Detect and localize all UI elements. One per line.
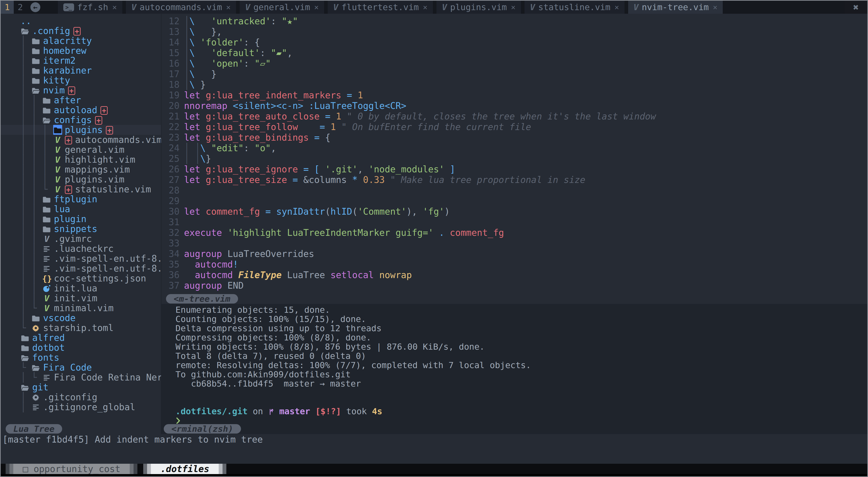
- git-changed-badge: +: [106, 126, 113, 135]
- tree-item-fira-code-retina-ner[interactable]: │ └ Fira Code Retina Ner: [1, 372, 161, 382]
- indent-guide: │ │ │: [21, 144, 53, 155]
- tab-general.vim[interactable]: Vgeneral.vim×: [240, 1, 324, 14]
- tree-item-configs[interactable]: │ │ configs+: [1, 115, 161, 125]
- indent-guide: │: [21, 36, 31, 46]
- tree-item-label: general.vim: [65, 144, 125, 155]
- tree-item-alfred[interactable]: alfred: [1, 333, 161, 343]
- tree-item-label: init.vim: [54, 293, 97, 303]
- vim-icon: V: [633, 2, 639, 12]
- tab-close-icon[interactable]: ×: [713, 3, 717, 12]
- tree-item-kitty[interactable]: │ kitty: [1, 75, 161, 85]
- tree-item-iterm2[interactable]: │ iterm2: [1, 56, 161, 66]
- back-arrow-icon[interactable]: ←: [30, 2, 40, 12]
- folder-closed-icon: [31, 46, 40, 56]
- tree-item-lua[interactable]: │ │ lua: [1, 204, 161, 214]
- tree-item-homebrew[interactable]: │ homebrew: [1, 46, 161, 56]
- tree-item-.luacheckrc[interactable]: │ │ .luacheckrc: [1, 244, 161, 253]
- editor-pane[interactable]: 12│\ 'untracked': "★"13│\ },14│\ 'folder…: [161, 14, 867, 294]
- tree-item-init.lua[interactable]: │ │ init.lua: [1, 283, 161, 293]
- tree-item-.vim-spell-en.utf-8.[interactable]: │ │ .vim-spell-en.utf-8.: [1, 253, 161, 264]
- tree-item-plugin[interactable]: │ │ plugin: [1, 214, 161, 224]
- tree-item-minimal.vim[interactable]: │ └ Vminimal.vim: [1, 303, 161, 313]
- tree-item-plugins[interactable]: │ │ │ plugins+: [1, 125, 161, 135]
- tab-number-2[interactable]: 2: [14, 1, 27, 14]
- tree-item-alacritty[interactable]: │ alacritty: [1, 36, 161, 46]
- close-all-icon[interactable]: ✖: [844, 1, 867, 14]
- tree-item-fira-code[interactable]: └ Fira Code: [1, 363, 161, 372]
- line-number: 27: [161, 175, 184, 185]
- tab-close-icon[interactable]: ×: [112, 3, 117, 12]
- tree-item-mappings.vim[interactable]: │ │ │ Vmappings.vim: [1, 165, 161, 174]
- tree-item-.gitconfig[interactable]: │ .gitconfig: [1, 392, 161, 402]
- tree-item-git[interactable]: git: [1, 382, 161, 392]
- tree-item-dotbot[interactable]: dotbot: [1, 343, 161, 352]
- tab-autocommands.vim[interactable]: Vautocommands.vim×: [126, 1, 236, 14]
- tree-item-fonts[interactable]: fonts: [1, 352, 161, 363]
- tab-label: nvim-tree.vim: [642, 2, 709, 12]
- prompt-on: on: [248, 406, 268, 416]
- tree-item-snippets[interactable]: │ │ snippets: [1, 224, 161, 234]
- code-line-25: 25│ │\}: [161, 154, 867, 164]
- tab-close-icon[interactable]: ×: [511, 3, 515, 12]
- indent-guide: │ │ │: [21, 125, 53, 135]
- indent-guide: │: [21, 402, 31, 412]
- tab-close-icon[interactable]: ×: [226, 3, 230, 12]
- indent-guide: │ │: [21, 263, 42, 274]
- terminal-pane[interactable]: Enumerating objects: 15, done.Counting o…: [161, 304, 867, 424]
- terminal-line: Total 8 (delta 7), reused 0 (delta 0): [176, 351, 867, 361]
- folder-closed-icon: [21, 343, 30, 352]
- folder-open-icon: [42, 115, 51, 125]
- tree-item-label: .gitconfig: [43, 392, 97, 402]
- tree-item-label: .gitignore_global: [43, 402, 135, 412]
- folder-closed-icon: [31, 56, 40, 66]
- prompt-caret-icon: [176, 416, 867, 424]
- tab-close-icon[interactable]: ×: [614, 3, 619, 12]
- tmux-window-list: □ opportunity_cost.dotfiles: [6, 464, 232, 474]
- terminal-line: [176, 398, 867, 407]
- tree-item-autocommands.vim[interactable]: │ │ │ V+autocommands.vim: [1, 135, 161, 145]
- app-window: 12 ← >_fzf.sh×Vautocommands.vim×Vgeneral…: [0, 0, 868, 477]
- tree-item-.gitignore-global[interactable]: │ .gitignore_global: [1, 402, 161, 412]
- tree-item-label: autocommands.vim: [75, 135, 161, 145]
- tree-item-highlight.vim[interactable]: │ │ │ Vhighlight.vim: [1, 155, 161, 165]
- tree-item-vscode[interactable]: │ vscode: [1, 313, 161, 323]
- tab-close-icon[interactable]: ×: [314, 3, 319, 12]
- tree-item-.config[interactable]: .config+: [1, 26, 161, 36]
- tree-item-general.vim[interactable]: │ │ │ Vgeneral.vim: [1, 145, 161, 155]
- tree-item-init.vim[interactable]: │ │ Vinit.vim: [1, 293, 161, 303]
- tree-item-ftplugin[interactable]: │ │ ftplugin: [1, 194, 161, 204]
- line-number: 18: [161, 79, 184, 90]
- line-number: 14: [161, 37, 184, 48]
- vim-icon: V: [131, 2, 136, 12]
- tree-item-nvim[interactable]: │ nvim+: [1, 85, 161, 95]
- tmux-window--opportunity_cost[interactable]: □ opportunity_cost: [6, 464, 137, 474]
- tab-number-1[interactable]: 1: [1, 1, 14, 14]
- list-file-icon: [42, 253, 51, 264]
- tree-item-..[interactable]: ..: [1, 16, 161, 26]
- code-line-13: 13│\ },: [161, 27, 867, 37]
- tree-item-after[interactable]: │ │ after: [1, 95, 161, 105]
- line-number: 23: [161, 132, 184, 143]
- tmux-window-.dotfiles[interactable]: .dotfiles: [143, 464, 226, 474]
- tree-item-label: snippets: [54, 224, 97, 234]
- tab-nvim-tree.vim[interactable]: Vnvim-tree.vim×: [628, 1, 723, 14]
- tree-item-starship.toml[interactable]: └ starship.toml: [1, 323, 161, 333]
- code-line-22: 22let g:lua_tree_follow = 1 " On bufEnte…: [161, 122, 867, 132]
- tab-fluttertest.vim[interactable]: Vfluttertest.vim×: [328, 1, 433, 14]
- tab-close-icon[interactable]: ×: [423, 3, 427, 12]
- gear-yellow-icon: [31, 323, 40, 333]
- tree-item-label: coc-settings.json: [54, 273, 146, 283]
- code-line-30: 30let comment_fg = synIDattr(hlID('Comme…: [161, 206, 867, 217]
- tab-fzf.sh[interactable]: >_fzf.sh×: [58, 1, 122, 14]
- tabline: 12 ← >_fzf.sh×Vautocommands.vim×Vgeneral…: [1, 1, 867, 14]
- tree-item-plugins.vim[interactable]: │ │ │ Vplugins.vim: [1, 174, 161, 184]
- tree-item-statusline.vim[interactable]: │ │ └ V+statusline.vim: [1, 184, 161, 194]
- tree-item-coc-settings.json[interactable]: │ │ {}coc-settings.json: [1, 273, 161, 283]
- tab-plugins.vim[interactable]: Vplugins.vim×: [436, 1, 521, 14]
- tree-item-.vim-spell-en.utf-8.[interactable]: │ │ .vim-spell-en.utf-8.: [1, 264, 161, 273]
- tree-item-label: statusline.vim: [75, 184, 151, 194]
- tree-item-autoload[interactable]: │ │ autoload+: [1, 105, 161, 115]
- tree-item-.gvimrc[interactable]: │ │ V.gvimrc: [1, 234, 161, 244]
- tab-statusline.vim[interactable]: Vstatusline.vim×: [525, 1, 624, 14]
- tree-item-karabiner[interactable]: │ karabiner: [1, 66, 161, 75]
